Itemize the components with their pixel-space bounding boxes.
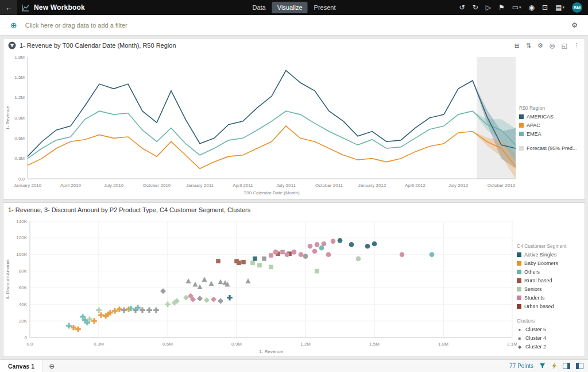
line-chart-legend: R50 RegionAMERICASAPACEMEAForecast (95% … xyxy=(519,52,582,154)
expand-icon[interactable]: ◱ xyxy=(562,42,567,49)
play-icon: ▷ xyxy=(486,3,491,11)
legend-item[interactable]: ■Cluster 4 xyxy=(517,335,580,341)
quick-insights-icon[interactable] xyxy=(551,363,557,369)
scatter-panel[interactable]: 1- Revenue, 3- Discount Amount by P2 Pro… xyxy=(3,202,585,357)
filter-bar: ⊕ Click here or drag data to add a filte… xyxy=(0,15,588,36)
legend-title: C4 Customer Segment xyxy=(517,243,580,249)
save-button[interactable]: ▤▾ xyxy=(555,3,564,11)
legend-item[interactable]: Others xyxy=(517,269,580,275)
legend-swatch xyxy=(517,252,521,257)
run-button[interactable]: ▷ xyxy=(486,3,491,11)
legend-item[interactable]: Forecast (95% Pred... xyxy=(519,145,580,151)
pin-icon[interactable]: ◎ xyxy=(550,42,555,49)
svg-text:July 2011: July 2011 xyxy=(276,183,296,188)
svg-text:0.6M: 0.6M xyxy=(14,136,25,141)
filters-status-icon[interactable] xyxy=(539,363,546,369)
export-icon: ⊡ xyxy=(542,3,548,11)
scatter-header: 1- Revenue, 3- Discount Amount by P2 Pro… xyxy=(3,203,585,217)
svg-text:60K: 60K xyxy=(19,285,28,290)
svg-text:80K: 80K xyxy=(19,269,28,274)
legend-item[interactable]: AMERICAS xyxy=(519,114,580,120)
svg-text:2.1M: 2.1M xyxy=(507,342,517,347)
tab-visualize[interactable]: Visualize xyxy=(272,2,308,13)
back-button[interactable]: ← xyxy=(0,0,17,15)
filter-bar-actions: ⚙ xyxy=(568,21,581,30)
legend-label: Cluster 2 xyxy=(525,344,546,350)
legend-label: Forecast (95% Pred... xyxy=(527,145,577,151)
svg-text:0.6M: 0.6M xyxy=(163,342,173,347)
legend-item[interactable]: EMEA xyxy=(519,131,580,137)
redo-button[interactable]: ↻ xyxy=(473,3,478,11)
app-header: ← New Workbook Data Visualize Present ↺ … xyxy=(0,0,588,15)
line-chart-panel[interactable]: 1- Revenue by T00 Calendar Date (Month),… xyxy=(3,38,585,200)
filter-bar-menu-icon[interactable]: ⚙ xyxy=(568,21,581,30)
svg-text:100K: 100K xyxy=(16,252,27,257)
add-filter-icon[interactable]: ⊕ xyxy=(7,20,21,30)
svg-text:1.8M: 1.8M xyxy=(438,342,448,347)
legend-shape-icon: ● xyxy=(517,327,523,332)
tab-present[interactable]: Present xyxy=(309,2,341,13)
svg-text:0.3M: 0.3M xyxy=(94,342,104,347)
scatter-plot[interactable]: 020K40K60K80K100K120K140K0.00.3M0.6M0.9M… xyxy=(3,217,517,357)
tab-data[interactable]: Data xyxy=(247,2,271,13)
present-mode-button[interactable]: ▭▾ xyxy=(512,3,521,11)
legend-swatch xyxy=(517,270,521,274)
line-chart-plot[interactable]: 0.00.3M0.6M0.9M1.2M1.5M1.8MJanuary 2010A… xyxy=(3,52,519,198)
svg-text:January 2010: January 2010 xyxy=(14,183,42,188)
svg-text:1.5M: 1.5M xyxy=(369,342,380,347)
line-chart-title: 1- Revenue by T00 Calendar Date (Month),… xyxy=(20,42,176,49)
legend-item[interactable]: Baby Boomers xyxy=(517,260,580,266)
scatter-points[interactable] xyxy=(66,238,434,332)
grid-icon[interactable]: ⊞ xyxy=(514,42,520,49)
status-area: 77 Points xyxy=(509,363,588,369)
legend-item[interactable]: ◆Cluster 2 xyxy=(517,344,580,350)
chevron-down-icon: ▾ xyxy=(562,5,564,10)
legend-label: Baby Boomers xyxy=(524,260,558,266)
monitor-icon: ▭ xyxy=(512,3,519,11)
filter-prompt[interactable]: Click here or drag data to add a filter xyxy=(25,22,127,29)
legend-label: Others xyxy=(524,269,540,275)
legend-item[interactable]: ●Cluster 5 xyxy=(517,327,580,332)
chevron-down-icon: ▾ xyxy=(519,5,521,10)
data-panel-toggle-icon[interactable] xyxy=(576,363,583,369)
legend-label: APAC xyxy=(527,122,540,128)
series-line-APAC[interactable] xyxy=(28,126,516,168)
legend-item[interactable]: Rural based xyxy=(517,278,580,283)
svg-text:July 2012: July 2012 xyxy=(448,183,469,188)
menu-kebab-icon[interactable]: ⋮ xyxy=(574,42,580,49)
svg-text:140K: 140K xyxy=(16,219,27,224)
legend-title: Clusters xyxy=(517,318,580,324)
legend-swatch xyxy=(517,296,521,300)
legend-label: Seniors xyxy=(524,286,542,292)
workbook-title: New Workbook xyxy=(34,3,85,11)
user-avatar[interactable]: BM xyxy=(572,2,582,13)
insights-button[interactable]: ◉ xyxy=(529,3,535,11)
legend-item[interactable]: Seniors xyxy=(517,286,580,292)
svg-text:0.9M: 0.9M xyxy=(14,116,25,121)
svg-text:1.2M: 1.2M xyxy=(300,342,311,347)
canvas-tab[interactable]: Canvas 1 xyxy=(0,360,43,372)
canvas-area: 1- Revenue by T00 Calendar Date (Month),… xyxy=(0,36,588,359)
legend-swatch xyxy=(519,132,524,136)
svg-text:0.0: 0.0 xyxy=(18,177,25,182)
gear-icon[interactable]: ⚙ xyxy=(537,42,543,49)
legend-item[interactable]: Urban based xyxy=(517,304,580,309)
undo-button[interactable]: ↺ xyxy=(459,3,465,11)
app-window: ← New Workbook Data Visualize Present ↺ … xyxy=(0,0,588,372)
svg-text:July 2010: July 2010 xyxy=(104,183,124,188)
legend-item[interactable]: APAC xyxy=(519,122,580,128)
legend-swatch xyxy=(519,114,524,119)
points-count-label: 77 Points xyxy=(509,363,533,369)
legend-swatch xyxy=(519,146,524,151)
svg-text:January 2011: January 2011 xyxy=(186,183,214,188)
export-button[interactable]: ⊡ xyxy=(542,3,548,11)
legend-item[interactable]: Active Singles xyxy=(517,252,580,258)
scatter-title: 1- Revenue, 3- Discount Amount by P2 Pro… xyxy=(8,206,250,213)
svg-text:0: 0 xyxy=(25,335,28,340)
grammar-panel-toggle-icon[interactable] xyxy=(563,363,570,369)
legend-item[interactable]: Students xyxy=(517,295,580,301)
flag-button[interactable]: ⚑ xyxy=(498,3,505,11)
add-canvas-button[interactable]: ⊕ xyxy=(43,362,60,370)
sort-icon[interactable]: ⇅ xyxy=(526,42,531,49)
legend-title: R50 Region xyxy=(519,105,580,111)
